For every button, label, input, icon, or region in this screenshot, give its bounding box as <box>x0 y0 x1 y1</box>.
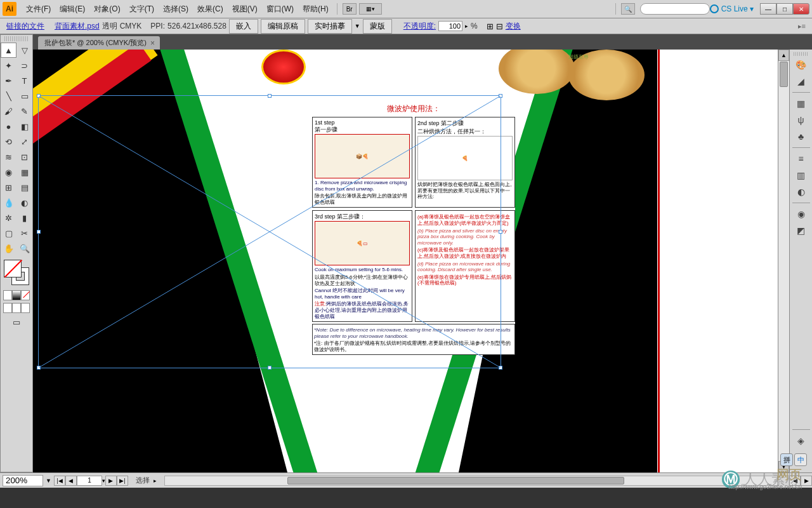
toolbox-grip[interactable] <box>4 36 29 41</box>
appearance-panel-icon[interactable]: ◉ <box>793 206 809 222</box>
menu-file[interactable]: 文件(F) <box>22 1 55 17</box>
arrange-dropdown[interactable]: ▦▾ <box>359 3 382 15</box>
linked-filename[interactable]: 背面素材.psd <box>55 21 100 32</box>
selection-handle-bl[interactable] <box>37 366 41 370</box>
draw-normal[interactable] <box>3 303 12 313</box>
layers-panel-icon[interactable]: ◈ <box>793 433 809 448</box>
mesh-tool[interactable]: ⊞ <box>1 180 16 195</box>
fill-stroke-swatch[interactable] <box>4 260 29 285</box>
selection-handle-ml[interactable] <box>37 230 41 234</box>
selection-handle-tr[interactable] <box>499 94 502 98</box>
menu-object[interactable]: 对象(O) <box>89 1 124 17</box>
blend-tool[interactable]: ◐ <box>16 195 32 210</box>
width-tool[interactable]: ≋ <box>1 149 16 164</box>
opacity-label[interactable]: 不透明度: <box>403 21 436 32</box>
zoom-tool[interactable]: 🔍 <box>16 241 32 256</box>
ime-mode-button[interactable]: 拼 <box>780 453 793 466</box>
selection-handle-br[interactable] <box>499 366 502 370</box>
draw-inside[interactable] <box>21 303 30 313</box>
canvas-view[interactable]: 超级至尊 微波炉使用法： 1st step第一步骤 📦🍕 1. Remove p… <box>33 50 778 472</box>
color-mode-none[interactable] <box>21 290 30 300</box>
selection-handle-bm[interactable] <box>268 366 272 370</box>
document-tab[interactable]: 批萨包装* @ 200% (CMYK/预览) × <box>38 36 160 50</box>
free-transform-tool[interactable]: ⊡ <box>16 149 32 164</box>
edit-original-button[interactable]: 编辑原稿 <box>261 19 305 34</box>
menu-window[interactable]: 窗口(W) <box>262 1 298 17</box>
swatches-panel-icon[interactable]: ▦ <box>793 96 809 111</box>
rotate-tool[interactable]: ⟲ <box>1 134 16 149</box>
lasso-tool[interactable]: ⊃ <box>16 58 32 73</box>
last-page-button[interactable]: ▶| <box>117 476 128 486</box>
gradient-tool[interactable]: ▤ <box>16 180 32 195</box>
bridge-button[interactable]: Br <box>343 3 357 15</box>
horizontal-scrollbar[interactable] <box>164 476 778 486</box>
transparency-panel-icon[interactable]: ◐ <box>793 184 809 199</box>
align-icon[interactable]: ⊞ <box>487 22 494 31</box>
color-mode-color[interactable] <box>3 290 12 300</box>
eyedropper-tool[interactable]: 💧 <box>1 195 16 210</box>
scroll-up-button[interactable]: ▲ <box>778 50 789 61</box>
screen-mode-tool[interactable]: ▭ <box>1 314 32 330</box>
search-icon[interactable]: 🔍 <box>621 3 635 15</box>
selection-handle-tl[interactable] <box>37 94 41 98</box>
eraser-tool[interactable]: ◧ <box>16 119 32 134</box>
menu-effect[interactable]: 效果(C) <box>193 1 228 17</box>
search-input[interactable] <box>640 3 710 15</box>
direct-selection-tool[interactable]: ▽ <box>16 43 32 58</box>
selection-box[interactable] <box>38 95 501 368</box>
magic-wand-tool[interactable]: ✦ <box>1 58 16 73</box>
gradient-panel-icon[interactable]: ▥ <box>793 168 809 183</box>
blob-brush-tool[interactable]: ● <box>1 119 16 134</box>
panel-toggle-icon[interactable]: ▸≡ <box>798 22 806 30</box>
vertical-scrollbar[interactable]: ▲ ▼ <box>778 50 789 472</box>
perspective-tool[interactable]: ▦ <box>16 164 32 180</box>
pencil-tool[interactable]: ✎ <box>16 104 32 119</box>
selection-tool[interactable]: ▲ <box>1 43 16 58</box>
draw-behind[interactable] <box>12 303 21 313</box>
selection-handle-tm[interactable] <box>268 94 272 98</box>
linked-file-label[interactable]: 链接的文件 <box>6 21 44 32</box>
embed-button[interactable]: 嵌入 <box>229 19 258 34</box>
opacity-input[interactable] <box>438 21 462 31</box>
graph-tool[interactable]: ▮ <box>16 210 32 225</box>
menu-edit[interactable]: 编辑(E) <box>55 1 89 17</box>
maximize-button[interactable]: □ <box>776 3 793 15</box>
prev-page-button[interactable]: ◀ <box>65 476 77 486</box>
tab-close-icon[interactable]: × <box>150 39 155 48</box>
pen-tool[interactable]: ✒ <box>1 73 16 88</box>
hscroll-right-button[interactable]: ▶ <box>801 476 812 486</box>
first-page-button[interactable]: |◀ <box>54 476 65 486</box>
brushes-panel-icon[interactable]: ψ <box>793 112 809 128</box>
slice-tool[interactable]: ✂ <box>16 225 32 241</box>
hand-tool[interactable]: ✋ <box>1 241 16 256</box>
paintbrush-tool[interactable]: 🖌 <box>1 104 16 119</box>
stroke-panel-icon[interactable]: ≡ <box>793 151 809 166</box>
color-panel-icon[interactable]: 🎨 <box>793 57 809 72</box>
menu-help[interactable]: 帮助(H) <box>298 1 333 17</box>
next-page-button[interactable]: ▶ <box>105 476 117 486</box>
selection-handle-mr[interactable] <box>499 230 502 234</box>
mask-button[interactable]: 蒙版 <box>363 19 392 34</box>
symbol-sprayer-tool[interactable]: ✲ <box>1 210 16 225</box>
zoom-select[interactable] <box>3 475 43 486</box>
vscroll-thumb[interactable] <box>780 62 788 87</box>
vscroll-track[interactable] <box>778 61 789 461</box>
graphic-styles-panel-icon[interactable]: ◩ <box>793 223 809 238</box>
page-input[interactable] <box>77 476 102 486</box>
menu-view[interactable]: 视图(V) <box>228 1 262 17</box>
distribute-icon[interactable]: ⊟ <box>496 22 503 31</box>
minimize-button[interactable]: — <box>760 3 776 15</box>
rectangle-tool[interactable]: ▭ <box>16 88 32 104</box>
line-tool[interactable]: ╲ <box>1 88 16 104</box>
scale-tool[interactable]: ⤢ <box>16 134 32 149</box>
symbols-panel-icon[interactable]: ♣ <box>793 129 809 144</box>
menu-type[interactable]: 文字(T) <box>125 1 159 17</box>
live-trace-button[interactable]: 实时描摹 <box>308 19 352 34</box>
menu-select[interactable]: 选择(S) <box>159 1 193 17</box>
cslive-menu[interactable]: CS Live ▾ <box>710 4 754 13</box>
artboard-tool[interactable]: ▢ <box>1 225 16 241</box>
shape-builder-tool[interactable]: ◉ <box>1 164 16 180</box>
hscroll-thumb[interactable] <box>287 477 624 485</box>
transform-link[interactable]: 变换 <box>506 21 521 32</box>
ime-lang-button[interactable]: 中 <box>794 453 807 466</box>
